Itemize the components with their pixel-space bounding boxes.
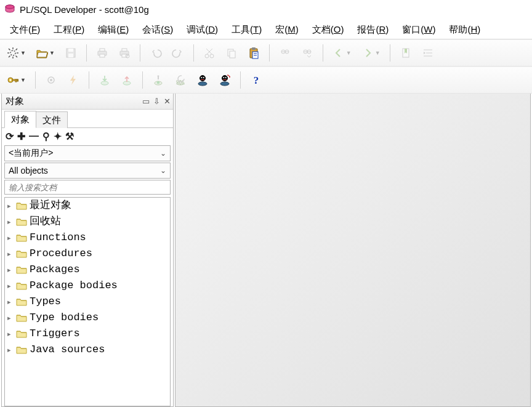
menu-h[interactable]: 帮助(H) xyxy=(443,22,486,38)
tree-item[interactable]: ▸回收站 xyxy=(5,214,170,230)
separator xyxy=(86,44,87,62)
app-icon xyxy=(4,3,16,15)
bolt-button xyxy=(64,71,83,89)
user-combo[interactable]: <当前用户> ⌄ xyxy=(4,145,171,161)
folder-icon xyxy=(16,297,27,306)
tree-item-label: Package bodies xyxy=(30,278,118,294)
paste-button[interactable] xyxy=(244,44,263,62)
cut-button xyxy=(200,44,219,62)
tree-item[interactable]: ▸Java sources xyxy=(5,342,170,358)
tree-item[interactable]: ▸Types xyxy=(5,294,170,310)
session-b-button[interactable] xyxy=(216,71,234,89)
refresh-icon[interactable]: ⟳ xyxy=(6,131,14,142)
panel-header: 对象 ▭ ⇩ ✕ xyxy=(2,94,173,110)
new-button[interactable]: ▼ xyxy=(4,44,29,62)
expand-icon[interactable]: ▸ xyxy=(7,326,14,342)
tree-item[interactable]: ▸最近对象 xyxy=(5,198,170,214)
search-box xyxy=(4,180,171,195)
chevron-down-icon: ⌄ xyxy=(160,166,166,175)
indent-button xyxy=(419,44,437,62)
menu-t[interactable]: 工具(T) xyxy=(225,22,268,38)
folder-icon xyxy=(16,201,27,210)
copy-button xyxy=(222,44,241,62)
chevron-down-icon: ▼ xyxy=(346,50,352,56)
chevron-down-icon: ▼ xyxy=(49,50,55,56)
tree-item[interactable]: ▸Procedures xyxy=(5,246,170,262)
expand-icon[interactable]: ▸ xyxy=(7,262,14,278)
expand-icon[interactable]: ▸ xyxy=(7,310,14,326)
menu-s[interactable]: 会话(S) xyxy=(136,22,179,38)
folder-icon xyxy=(16,281,27,290)
menu-p[interactable]: 工程(P) xyxy=(47,22,91,38)
navback-button: ▼ xyxy=(329,44,355,62)
search-icon[interactable]: ⚲ xyxy=(42,131,50,142)
print-button xyxy=(93,44,111,62)
save-button xyxy=(62,44,80,62)
separator xyxy=(269,44,270,62)
tab-0[interactable]: 对象 xyxy=(4,111,36,128)
tree-item[interactable]: ▸Package bodies xyxy=(5,278,170,294)
help-button[interactable] xyxy=(247,71,265,89)
tree-item-label: Type bodies xyxy=(30,310,99,326)
app-title: PL/SQL Developer - scott@10g xyxy=(20,4,149,15)
expand-icon[interactable]: ▸ xyxy=(7,342,14,358)
commit-button xyxy=(149,71,167,89)
object-mini-toolbar: ⟳✚—⚲✦⚒ xyxy=(2,128,173,144)
menu-o[interactable]: 文档(O) xyxy=(306,22,350,38)
tree-item-label: Java sources xyxy=(30,342,105,358)
menu-w[interactable]: 窗口(W) xyxy=(396,22,441,38)
remove-icon[interactable]: — xyxy=(29,131,39,142)
tree-item-label: Functions xyxy=(30,230,86,246)
panel-close-icon[interactable]: ✕ xyxy=(164,97,171,106)
expand-icon[interactable]: ▸ xyxy=(7,230,14,246)
open-button[interactable]: ▼ xyxy=(33,44,58,62)
undo-button xyxy=(147,44,165,62)
tree-item[interactable]: ▸Type bodies xyxy=(5,310,170,326)
object-tree[interactable]: ▸最近对象▸回收站▸Functions▸Procedures▸Packages▸… xyxy=(4,197,171,406)
rollback-button xyxy=(171,71,190,89)
printsetup-button xyxy=(115,44,134,62)
filter-combo[interactable]: All objects ⌄ xyxy=(4,163,171,179)
separator xyxy=(142,71,143,89)
tree-item[interactable]: ▸Functions xyxy=(5,230,170,246)
title-bar: PL/SQL Developer - scott@10g xyxy=(0,0,532,18)
options-icon[interactable]: ⚒ xyxy=(65,131,74,142)
add-icon[interactable]: ✚ xyxy=(17,131,25,142)
tree-item-label: 回收站 xyxy=(30,214,61,230)
tree-item-label: Triggers xyxy=(30,326,80,342)
wrench-icon[interactable]: ✦ xyxy=(54,131,62,142)
session-a-button[interactable] xyxy=(193,71,212,89)
expand-icon[interactable]: ▸ xyxy=(7,294,14,310)
toolbar-debug: ▼ xyxy=(0,66,532,94)
tab-1[interactable]: 文件 xyxy=(36,111,68,128)
panel-pin-icon[interactable]: ⇩ xyxy=(153,97,160,106)
chevron-down-icon: ▼ xyxy=(20,50,26,56)
panel-title: 对象 xyxy=(4,95,24,107)
menu-e[interactable]: 编辑(E) xyxy=(92,22,135,38)
search-input[interactable] xyxy=(4,180,171,195)
expand-icon[interactable]: ▸ xyxy=(7,214,14,230)
tree-item[interactable]: ▸Triggers xyxy=(5,326,170,342)
tree-item[interactable]: ▸Packages xyxy=(5,262,170,278)
separator xyxy=(35,71,36,89)
menu-m[interactable]: 宏(M) xyxy=(269,22,305,38)
separator xyxy=(240,71,241,89)
tree-item-label: Types xyxy=(30,294,61,310)
menu-f[interactable]: 文件(F) xyxy=(4,22,46,38)
menu-d[interactable]: 调试(D) xyxy=(180,22,224,38)
chevron-down-icon: ▼ xyxy=(375,50,381,56)
expand-icon[interactable]: ▸ xyxy=(7,278,14,294)
expand-icon[interactable]: ▸ xyxy=(7,246,14,262)
filter-combo-text: All objects xyxy=(9,166,48,175)
menu-r[interactable]: 报告(R) xyxy=(351,22,395,38)
separator xyxy=(193,44,194,62)
expand-icon[interactable]: ▸ xyxy=(7,198,14,214)
exec-down-button xyxy=(95,71,114,89)
panel-restore-icon[interactable]: ▭ xyxy=(142,97,150,106)
find-button xyxy=(276,44,294,62)
separator xyxy=(140,44,140,62)
key-button[interactable]: ▼ xyxy=(4,71,29,89)
object-browser-panel: 对象 ▭ ⇩ ✕ 对象文件 ⟳✚—⚲✦⚒ <当前用户> ⌄ All object… xyxy=(1,94,174,407)
exec-up-button xyxy=(118,71,136,89)
separator xyxy=(390,44,390,62)
